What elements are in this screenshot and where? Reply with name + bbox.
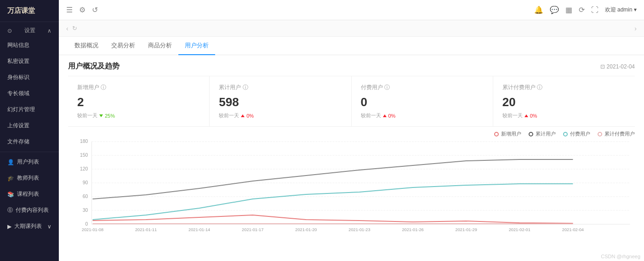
- chart-container: 0 30 60 90 120 150 180 2021-01-08 2021-0…: [59, 139, 644, 242]
- stats-row: 新增用户 ⓘ 2 较前一天 25% 累计用户 ⓘ 598 较前一天 0%: [68, 76, 635, 127]
- users-icon: 👤: [7, 159, 14, 165]
- legend-label-total: 累计用户: [536, 130, 556, 137]
- legend-total-users[interactable]: 累计用户: [529, 130, 556, 137]
- legend-label-paid: 付费用户: [570, 130, 590, 137]
- grid-icon[interactable]: ▦: [565, 6, 572, 14]
- sidebar-item-users[interactable]: 👤 用户列表: [0, 154, 59, 170]
- legend-total-paid[interactable]: 累计付费用户: [598, 130, 635, 137]
- sidebar-item-paid-content[interactable]: ⓪ 付费内容列表: [0, 202, 59, 218]
- sidebar-divider-1: [0, 152, 59, 152]
- user-label: 欢迎 admin ▾: [605, 6, 637, 14]
- stat-new-users-compare: 较前一天 25%: [77, 112, 200, 119]
- fullscreen-icon[interactable]: ⛶: [591, 6, 598, 14]
- stat-paid-users-compare: 较前一天 0%: [361, 112, 484, 119]
- sidebar-item-identity[interactable]: 身份标识: [0, 69, 59, 85]
- settings-gear-icon[interactable]: ⚙: [79, 6, 85, 14]
- stat-total-users-value: 598: [219, 95, 342, 109]
- page-title: 用户概况及趋势: [68, 62, 120, 71]
- message-icon[interactable]: 💬: [550, 6, 559, 14]
- svg-text:2021-02-04: 2021-02-04: [562, 227, 584, 232]
- sidebar-item-upload[interactable]: 上传设置: [0, 118, 59, 134]
- csdn-watermark: CSDN @rhgneeg: [601, 254, 640, 259]
- stat-total-paid-compare: 较前一天 0%: [502, 112, 626, 119]
- legend-color-total-paid: [598, 132, 602, 136]
- legend-color-total: [529, 132, 533, 136]
- svg-text:2021-01-17: 2021-01-17: [242, 227, 263, 232]
- main-content: ☰ ⚙ ↺ 🔔 💬 ▦ ⟳ ⛶ 欢迎 admin ▾ ‹ ↻ › 数据概况 交: [59, 0, 644, 261]
- slideshow-label: 幻灯片管理: [7, 106, 35, 113]
- sidebar-item-slideshow[interactable]: 幻灯片管理: [0, 102, 59, 118]
- tabs-bar: 数据概况 交易分析 商品分析 用户分析: [59, 37, 644, 55]
- privacy-label: 私密设置: [7, 57, 29, 65]
- stat-total-users: 累计用户 ⓘ 598 较前一天 0%: [210, 76, 351, 126]
- notification-icon[interactable]: 🔔: [534, 6, 543, 14]
- teachers-icon: 🎓: [7, 175, 14, 182]
- legend-new-users[interactable]: 新增用户: [494, 130, 521, 137]
- sidebar-item-teachers[interactable]: 🎓 教师列表: [0, 170, 59, 186]
- menu-icon[interactable]: ☰: [66, 6, 73, 14]
- stat-total-users-label: 累计用户 ⓘ: [219, 84, 342, 91]
- svg-text:2021-01-20: 2021-01-20: [295, 227, 317, 232]
- expertise-label: 专长领域: [7, 90, 29, 97]
- svg-text:0: 0: [85, 221, 88, 227]
- stat-total-paid-label: 累计付费用户 ⓘ: [502, 84, 626, 91]
- svg-text:30: 30: [83, 208, 88, 213]
- sidebar: 万店课堂 ⊙ 设置 ∧ 网站信息 私密设置 身份标识 专长领域 幻灯片管理 上传…: [0, 0, 59, 261]
- website-label: 网站信息: [7, 41, 29, 49]
- svg-text:2021-01-26: 2021-01-26: [402, 227, 423, 232]
- svg-text:2021-01-08: 2021-01-08: [82, 227, 103, 232]
- storage-label: 文件存储: [7, 138, 29, 146]
- trend-value-paid: 0%: [388, 113, 396, 119]
- chevron-up-icon: ∧: [47, 28, 51, 34]
- sidebar-item-courses[interactable]: 📚 课程列表: [0, 186, 59, 202]
- chart-legend: 新增用户 累计用户 付费用户 累计付费用户: [59, 127, 644, 139]
- back-arrow[interactable]: ‹: [66, 25, 68, 32]
- trend-value-total-paid: 0%: [530, 113, 537, 119]
- svg-text:2021-02-01: 2021-02-01: [509, 227, 530, 232]
- settings-label: 设置: [24, 27, 35, 34]
- stat-total-paid-users: 累计付费用户 ⓘ 20 较前一天 0%: [493, 76, 635, 126]
- legend-label-total-paid: 累计付费用户: [604, 130, 635, 137]
- courses-label: 课程列表: [17, 190, 39, 198]
- forward-arrow[interactable]: ›: [634, 25, 637, 32]
- sidebar-item-live-courses[interactable]: ▶ 大期课列表 ∨: [0, 218, 59, 234]
- sidebar-group-settings[interactable]: ⊙ 设置 ∧: [0, 22, 59, 37]
- breadcrumb-bar: ‹ ↻ ›: [59, 20, 644, 37]
- page-header: 用户概况及趋势 ⊡ 2021-02-04: [59, 55, 644, 76]
- tab-product[interactable]: 商品分析: [142, 37, 178, 55]
- trend-down-icon: [99, 114, 103, 117]
- stat-total-users-compare: 较前一天 0%: [219, 112, 342, 119]
- sidebar-settings-items: 网站信息 私密设置 身份标识 专长领域 幻灯片管理 上传设置 文件存储: [0, 37, 59, 150]
- sidebar-item-website[interactable]: 网站信息: [0, 37, 59, 53]
- svg-text:90: 90: [83, 180, 88, 185]
- paid-label: 付费内容列表: [16, 206, 49, 214]
- svg-text:2021-01-14: 2021-01-14: [188, 227, 210, 232]
- stat-paid-users-label: 付费用户 ⓘ: [361, 84, 484, 91]
- legend-color-paid: [563, 132, 568, 136]
- trend-value-total: 0%: [246, 113, 254, 119]
- date-badge: ⊡ 2021-02-04: [600, 63, 635, 70]
- upload-label: 上传设置: [7, 122, 29, 130]
- sidebar-item-storage[interactable]: 文件存储: [0, 134, 59, 150]
- svg-text:2021-01-29: 2021-01-29: [456, 227, 477, 232]
- sidebar-item-privacy[interactable]: 私密设置: [0, 53, 59, 69]
- toolbar-left: ☰ ⚙ ↺: [66, 6, 98, 14]
- live-icon: ▶: [7, 223, 11, 230]
- breadcrumb-refresh-icon[interactable]: ↻: [72, 25, 77, 32]
- svg-text:60: 60: [83, 194, 88, 199]
- tab-transaction[interactable]: 交易分析: [105, 37, 142, 55]
- stat-total-paid-value: 20: [502, 95, 626, 109]
- trend-up-icon: [241, 114, 245, 117]
- svg-text:2021-01-11: 2021-01-11: [135, 227, 157, 232]
- refresh-icon[interactable]: ↺: [92, 6, 98, 14]
- identity-label: 身份标识: [7, 74, 29, 81]
- stat-paid-users: 付费用户 ⓘ 0 较前一天 0%: [352, 76, 493, 126]
- tab-user[interactable]: 用户分析: [178, 37, 215, 55]
- history-icon[interactable]: ⟳: [579, 6, 585, 14]
- stat-new-users: 新增用户 ⓘ 2 较前一天 25%: [68, 76, 210, 126]
- toolbar: ☰ ⚙ ↺ 🔔 💬 ▦ ⟳ ⛶ 欢迎 admin ▾: [59, 0, 644, 20]
- user-info[interactable]: 欢迎 admin ▾: [605, 6, 637, 14]
- tab-overview[interactable]: 数据概况: [68, 37, 105, 55]
- legend-paid-users[interactable]: 付费用户: [563, 130, 590, 137]
- sidebar-item-expertise[interactable]: 专长领域: [0, 85, 59, 102]
